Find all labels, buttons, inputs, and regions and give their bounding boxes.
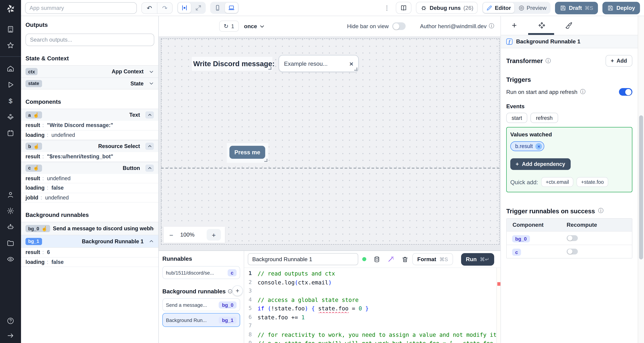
resource-select-component[interactable]: Example resou... × bbox=[278, 55, 359, 72]
code-line[interactable]: 7 bbox=[244, 322, 500, 330]
workers-robot-icon[interactable] bbox=[7, 223, 14, 231]
events-label: Events bbox=[506, 103, 632, 110]
fullscreen-button[interactable] bbox=[192, 3, 205, 13]
collapse-arrow-icon[interactable] bbox=[7, 332, 14, 340]
background-row-bg1[interactable]: bg_1 Background Runnable 1 bbox=[21, 235, 158, 248]
press-me-button[interactable]: Press me bbox=[230, 146, 265, 159]
resources-cubes-icon[interactable] bbox=[7, 113, 14, 121]
apps-icon[interactable] bbox=[7, 26, 14, 33]
recompute-toggle-c[interactable] bbox=[567, 249, 578, 254]
folders-icon[interactable] bbox=[7, 239, 14, 247]
search-outputs-input[interactable] bbox=[26, 34, 154, 46]
code-line[interactable]: 6state.foo += 1 bbox=[244, 313, 500, 322]
component-row-a[interactable]: a☝ Text bbox=[21, 109, 158, 121]
redo-button[interactable]: ↷ bbox=[157, 2, 172, 13]
collapse-button[interactable] bbox=[145, 164, 154, 172]
runnable-item-hub[interactable]: hub/1511/discord/se... c bbox=[162, 266, 240, 279]
format-button[interactable]: Format ⌘S bbox=[412, 253, 453, 265]
code-area[interactable]: 1// read outputs and ctx2console.log(ctx… bbox=[244, 268, 500, 343]
desktop-view-button[interactable] bbox=[225, 3, 238, 13]
add-background-runnable-button[interactable]: + bbox=[232, 285, 243, 296]
settings-gear-icon[interactable] bbox=[7, 207, 14, 215]
hide-bar-toggle[interactable] bbox=[392, 22, 406, 30]
recompute-toggle-bg0[interactable] bbox=[567, 235, 578, 241]
resize-handle[interactable] bbox=[268, 67, 272, 70]
run-on-start-toggle[interactable] bbox=[619, 88, 632, 96]
runs-play-icon[interactable] bbox=[7, 81, 14, 88]
windmill-logo[interactable] bbox=[5, 3, 16, 15]
output-row-ctx[interactable]: ctx App Context bbox=[21, 65, 158, 77]
event-chip-refresh[interactable]: refresh bbox=[530, 113, 558, 123]
code-line[interactable]: 9// e.g: state.foo.push(1) will not work… bbox=[244, 339, 500, 343]
help-icon[interactable] bbox=[7, 317, 14, 325]
zoom-out-button[interactable]: − bbox=[168, 231, 175, 239]
undo-button[interactable]: ↶ bbox=[142, 2, 157, 13]
ai-wand-icon[interactable] bbox=[388, 256, 394, 263]
code-line[interactable]: 2console.log(ctx.email) bbox=[244, 278, 500, 287]
code-line[interactable]: 1// read outputs and ctx bbox=[244, 269, 500, 278]
info-icon[interactable]: ⓘ bbox=[580, 88, 586, 96]
event-chip-start[interactable]: start bbox=[506, 113, 528, 123]
output-row-state[interactable]: state State bbox=[21, 77, 158, 90]
bg0-badge: bg_0☝ bbox=[26, 225, 50, 232]
favorites-star-icon[interactable] bbox=[7, 42, 14, 49]
tab-theme[interactable] bbox=[564, 21, 573, 30]
bug-icon bbox=[420, 4, 427, 11]
quick-add-ctx-email[interactable]: +ctx.email bbox=[541, 177, 573, 187]
app-canvas[interactable]: Write Discord message: Example resou... … bbox=[161, 38, 500, 244]
more-menu-button[interactable]: ⋮ bbox=[383, 4, 391, 11]
mobile-view-button[interactable] bbox=[211, 3, 224, 13]
chevron-down-icon[interactable] bbox=[149, 81, 154, 86]
tab-settings-active[interactable] bbox=[537, 21, 546, 30]
page-scrollbar[interactable] bbox=[638, 16, 644, 343]
user-icon[interactable] bbox=[7, 191, 14, 198]
app-summary-input[interactable] bbox=[25, 2, 137, 14]
scrollbar-thumb[interactable] bbox=[639, 116, 643, 259]
zoom-in-button[interactable]: + bbox=[206, 229, 221, 240]
add-dependency-button[interactable]: + Add dependency bbox=[510, 158, 570, 170]
runnable-item-bg0[interactable]: Send a message... bg_0 bbox=[162, 298, 240, 311]
watched-value-chip[interactable]: b.result × bbox=[510, 141, 544, 151]
info-icon[interactable]: ⓘ bbox=[489, 22, 494, 30]
schedules-calendar-icon[interactable] bbox=[7, 129, 14, 137]
chevron-up-icon[interactable] bbox=[149, 239, 154, 244]
info-icon[interactable]: ⓘ bbox=[546, 57, 551, 65]
runnable-item-bg1-selected[interactable]: Background Run... bg_1 bbox=[162, 313, 240, 327]
resize-handle[interactable] bbox=[354, 68, 357, 71]
clear-select-icon[interactable]: × bbox=[350, 60, 353, 68]
tab-preview[interactable]: Preview bbox=[515, 3, 550, 13]
code-line[interactable]: 4// access a global state store bbox=[244, 296, 500, 304]
deploy-button[interactable]: Deploy bbox=[602, 2, 640, 14]
runnable-name-input[interactable] bbox=[248, 253, 358, 265]
refresh-count-button[interactable]: ↻ 1 bbox=[219, 20, 239, 32]
tab-insert[interactable]: + bbox=[510, 21, 519, 30]
draft-button[interactable]: Draft ⌘S bbox=[555, 2, 598, 14]
add-transformer-button[interactable]: + Add bbox=[606, 55, 632, 67]
collapse-button[interactable] bbox=[145, 143, 154, 150]
remove-dependency-icon[interactable]: × bbox=[536, 143, 542, 150]
run-button[interactable]: Run ⌘↵ bbox=[461, 253, 494, 266]
audit-eye-icon[interactable] bbox=[7, 255, 14, 263]
variables-dollar-icon[interactable]: $ bbox=[7, 97, 14, 105]
chevron-down-icon[interactable] bbox=[149, 69, 154, 74]
debug-runs-button[interactable]: Debug runs (26) bbox=[416, 2, 478, 14]
centered-layout-button[interactable] bbox=[178, 3, 191, 13]
text-component[interactable]: Write Discord message: bbox=[192, 57, 272, 71]
delete-trash-icon[interactable] bbox=[402, 256, 408, 263]
component-row-c[interactable]: c☝ Button bbox=[21, 162, 158, 174]
background-row-bg0[interactable]: bg_0☝ Send a message to discord using we… bbox=[21, 222, 158, 235]
code-line[interactable]: 8// for reactivity to work, you need to … bbox=[244, 330, 500, 339]
tab-editor[interactable]: Editor bbox=[483, 3, 514, 13]
code-line[interactable]: 5if (!state.foo) { state.foo = 0 } bbox=[244, 304, 500, 313]
resize-handle[interactable] bbox=[264, 159, 268, 162]
code-line[interactable]: 3 bbox=[244, 287, 500, 296]
collapse-button[interactable] bbox=[145, 111, 154, 118]
component-row-b[interactable]: b☝ Resource Select bbox=[21, 140, 158, 152]
quick-add-state-foo[interactable]: +state.foo bbox=[576, 177, 608, 187]
info-icon[interactable]: ⓘ bbox=[598, 207, 604, 215]
home-icon[interactable] bbox=[7, 65, 14, 72]
database-icon[interactable] bbox=[374, 256, 380, 263]
schedule-dropdown[interactable]: once bbox=[244, 23, 265, 29]
docs-button[interactable] bbox=[396, 2, 411, 14]
outputs-panel: Outputs State & Context ctx App Context … bbox=[21, 16, 159, 343]
